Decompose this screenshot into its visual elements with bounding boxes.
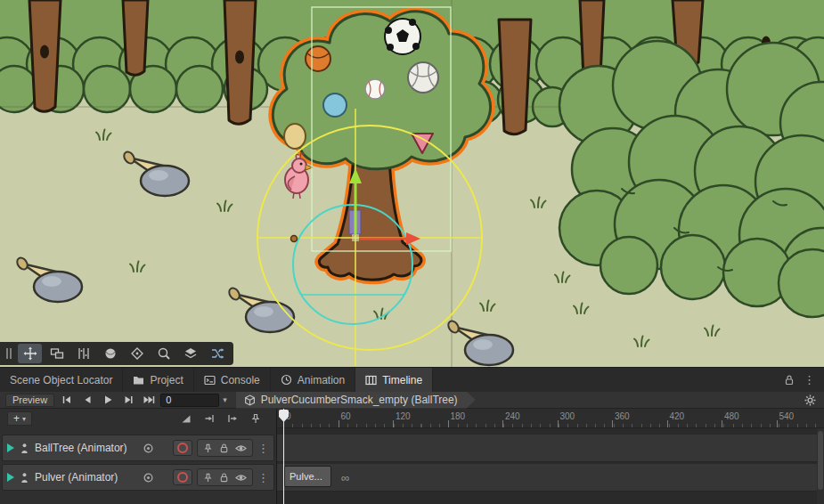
tabbar-right-controls: ⋮ [775,368,824,392]
frame-options-caret[interactable]: ▾ [223,395,227,404]
scene-canvas[interactable] [0,0,824,367]
shuffle-tool-button[interactable] [205,344,229,363]
multi-display-tool-button[interactable] [45,344,69,363]
grid-tool-button[interactable] [71,344,95,363]
pin-icon [250,413,261,424]
ruler-tick: 360 [615,411,630,421]
timeline-toolbar: Preview ▾ PulverCucumberS [0,392,824,409]
play-button[interactable] [99,393,116,407]
basketball [306,46,330,71]
volleyball [408,62,438,93]
ripple-mode-button[interactable] [226,412,239,425]
gameobject-cube-icon [244,394,256,406]
go-to-start-button[interactable] [58,393,75,407]
track-header-toolbar: + ▾ [0,409,276,428]
record-toggle[interactable] [173,440,192,456]
settings-gear-icon [804,394,816,406]
track-header-column: + ▾ [0,409,277,504]
track-name: Pulver (Animator) [35,471,138,484]
tab-animation[interactable]: Animation [271,368,355,392]
move-tool-button[interactable] [18,344,42,363]
go-to-end-button[interactable] [140,393,157,407]
curves-toggle-button[interactable] [180,412,192,425]
timeline-option-icons [180,412,269,425]
tab-timeline[interactable]: Timeline [355,368,433,392]
timeline-settings-button[interactable] [801,393,819,408]
infinite-clip-icon: ∞ [341,464,349,491]
lock-track-button[interactable] [219,472,229,483]
vertical-scrollbar[interactable] [817,428,824,504]
zoom-tool-button[interactable] [151,344,175,363]
folder-icon [133,375,144,386]
mute-track-button[interactable] [235,473,247,483]
kebab-menu-icon[interactable]: ⋮ [804,373,815,386]
lock-track-button[interactable] [219,443,229,453]
record-toggle[interactable] [173,469,192,485]
ruler-tick: 120 [396,411,411,421]
ruler-tick: 180 [451,411,466,421]
sphere-tool-icon [103,346,118,361]
track-kebab-icon[interactable]: ⋮ [257,442,269,455]
pin-frames-button[interactable] [249,412,262,425]
breadcrumb-label: PulverCucumberSmack_empty (BallTree) [261,394,458,406]
mute-track-button[interactable] [235,443,247,453]
target-icon[interactable] [143,472,154,484]
scene-tools-overlay [0,342,233,365]
add-track-button[interactable]: + ▾ [7,411,32,426]
track-foldout-icon[interactable] [7,443,14,452]
grid-tool-icon [77,346,91,361]
playhead[interactable] [283,409,284,504]
gizmo-handle-dot[interactable] [291,236,298,242]
pivot-tool-icon [130,346,144,361]
record-icon [177,443,188,453]
timeline-ruler[interactable]: 0 60 120 180 240 300 360 420 480 540 [277,409,824,428]
previous-frame-icon [82,394,93,405]
preview-toggle[interactable]: Preview [5,394,54,407]
ripple-mode-icon [227,413,238,424]
scrollbar-thumb[interactable] [818,431,823,490]
ruler-tick: 300 [560,411,575,421]
timeline-icon [365,375,377,386]
animator-icon [19,443,30,454]
tab-scene-object-locator[interactable]: Scene Object Locator [0,368,123,392]
window-tab-bar: Scene Object Locator Project Console Ani… [0,367,824,392]
scene-view[interactable] [0,0,824,367]
lock-icon[interactable] [784,374,795,386]
pin-track-button[interactable] [203,443,213,453]
tab-console[interactable]: Console [194,368,271,392]
track-lane-pulver[interactable]: Pulve... ∞ [277,464,817,492]
pin-track-button[interactable] [203,473,213,483]
target-icon[interactable] [143,443,154,454]
tab-label: Timeline [382,374,422,386]
breadcrumb[interactable]: PulverCucumberSmack_empty (BallTree) [236,392,476,409]
eye-icon [235,473,247,483]
track-name: BallTree (Animator) [35,442,138,454]
animation-clip[interactable]: Pulve... [284,466,331,487]
overlay-drag-handle[interactable] [3,344,15,363]
next-frame-button[interactable] [119,393,136,407]
pivot-tool-button[interactable] [125,344,149,363]
track-option-icons [197,468,253,486]
previous-frame-button[interactable] [78,393,95,407]
ruler-tick: 540 [779,411,795,421]
tab-project[interactable]: Project [123,368,193,392]
track-option-icons [197,439,253,457]
current-frame-field[interactable] [160,394,219,407]
record-icon [177,472,188,483]
ruler-tick: 420 [670,411,685,421]
animator-icon [19,472,30,484]
yellow-ball [284,124,306,149]
blue-ball [323,93,347,117]
track-lane-balltree[interactable] [277,435,817,462]
mix-mode-button[interactable] [203,412,216,425]
track-header-pulver[interactable]: Pulver (Animator) [2,464,274,491]
track-header-balltree[interactable]: BallTree (Animator) [2,435,274,461]
sphere-tool-button[interactable] [98,344,122,363]
tab-label: Animation [298,374,345,386]
layers-tool-button[interactable] [178,344,202,363]
track-foldout-icon[interactable] [7,473,14,482]
zoom-tool-icon [157,346,171,361]
gizmo-center-handle[interactable] [352,234,359,241]
go-to-end-icon [143,394,155,405]
track-kebab-icon[interactable]: ⋮ [257,471,269,484]
